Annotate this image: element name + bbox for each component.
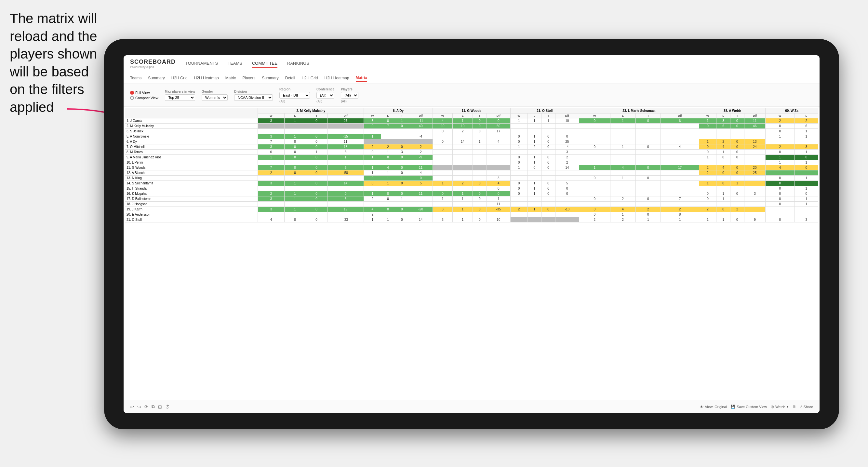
- sub-h-t2: T: [395, 114, 409, 118]
- sub-nav-summary1[interactable]: Summary: [148, 74, 164, 82]
- sub-nav-matrix2[interactable]: Matrix: [356, 74, 367, 82]
- nav-tournaments[interactable]: TOURNAMENTS: [185, 60, 218, 68]
- toolbar-left: ↩ ↪ ⟳ ⧉ ⊞ ⏱: [130, 404, 170, 409]
- sub-h-w1: W: [258, 114, 284, 118]
- table-row: 20. E Andersson 2 0108: [125, 212, 818, 217]
- gender-filter: Gender Women's Men's: [202, 90, 228, 101]
- nav-teams[interactable]: TEAMS: [228, 60, 242, 68]
- table-row: 16. K Mcgaha 2100 10011 0100 0100 0103 0…: [125, 191, 818, 196]
- sub-h-l7: L: [795, 114, 818, 118]
- compact-view-radio: [130, 96, 134, 100]
- player-name: 13. N Klug: [125, 176, 258, 181]
- sub-h-l2: L: [381, 114, 395, 118]
- table-row: 15. H Stranda 0 0100 01: [125, 186, 818, 191]
- sub-h-t6: T: [730, 114, 744, 118]
- sub-h-w6: W: [699, 114, 716, 118]
- sub-h-l3: L: [453, 114, 473, 118]
- share-button[interactable]: ↗ Share: [799, 405, 813, 409]
- player-name: 11. G Woods: [125, 165, 258, 170]
- save-custom-button[interactable]: 💾 Save Custom View: [731, 405, 767, 409]
- layout-button[interactable]: ⊞: [793, 405, 796, 409]
- compact-view-label: Compact View: [135, 96, 158, 100]
- player-name: 9. A Maria Jimenez Rios: [125, 155, 258, 160]
- col-header-4: 21. O Stoll: [510, 108, 579, 114]
- division-filter: Division NCAA Division II NCAA Division …: [234, 90, 273, 101]
- refresh-button[interactable]: ⟳: [145, 404, 148, 409]
- player-name: 10. L Perini: [125, 160, 258, 165]
- view-icon: 👁: [700, 405, 704, 409]
- undo-button[interactable]: ↩: [130, 404, 134, 409]
- compact-view-option[interactable]: Compact View: [130, 96, 158, 100]
- nav-rankings[interactable]: RANKINGS: [287, 60, 309, 68]
- sub-h-d3: Dif: [487, 114, 510, 118]
- sub-nav-h2h-grid2[interactable]: H2H Grid: [302, 74, 318, 82]
- sub-h-d2: Dif: [409, 114, 433, 118]
- table-row: 14. S Srichantamit 31014 0105 1204 0105 …: [125, 181, 818, 186]
- player-name: 12. A Bianchi: [125, 170, 258, 176]
- sub-h-l4: L: [527, 114, 541, 118]
- division-select[interactable]: NCAA Division II NCAA Division I NCAA Di…: [234, 94, 273, 101]
- watch-chevron: ▾: [787, 405, 789, 409]
- sub-nav: Teams Summary H2H Grid H2H Heatmap Matri…: [124, 72, 819, 84]
- sub-h-w2: W: [364, 114, 381, 118]
- conference-filter: Conference (All) (All): [316, 88, 334, 103]
- nav-committee[interactable]: COMMITTEE: [252, 60, 277, 68]
- filter-bar: Full View Compact View Max players in vi…: [124, 84, 819, 107]
- player-name: 19. J Karrh: [125, 207, 258, 212]
- view-original-button[interactable]: 👁 View: Original: [700, 405, 727, 409]
- sub-nav-matrix1[interactable]: Matrix: [225, 74, 236, 82]
- conference-select[interactable]: (All): [316, 92, 334, 98]
- col-header-1: 2. M Kelly Mulcahy: [258, 108, 364, 114]
- sub-nav-players[interactable]: Players: [242, 74, 255, 82]
- table-row: 21. O Stoll 400-33 11014 31010 2211 1109…: [125, 217, 818, 222]
- region-select[interactable]: East - DII West - DII Central - DII: [279, 92, 310, 98]
- table-row: 6. A Dy 70011 01414 01025 12013: [125, 139, 818, 145]
- tablet-frame: SCOREBOARD Powered by clippd TOURNAMENTS…: [104, 39, 839, 429]
- player-name: 18. J Hodgson: [125, 201, 258, 207]
- logo-title: SCOREBOARD: [130, 59, 176, 65]
- logo-area: SCOREBOARD Powered by clippd: [130, 59, 176, 69]
- full-view-option[interactable]: Full View: [130, 91, 158, 95]
- player-name: 15. H Stranda: [125, 186, 258, 191]
- save-icon: 💾: [731, 405, 735, 409]
- col-header-2: 6. A Dy: [364, 108, 433, 114]
- players-select[interactable]: (All): [341, 92, 359, 98]
- col-header-3: 11. G Woods: [433, 108, 510, 114]
- zoom-button[interactable]: ⊞: [158, 404, 162, 409]
- sub-nav-h2h-heatmap2[interactable]: H2H Heatmap: [324, 74, 349, 82]
- table-row: 18. J Hodgson 11 01: [125, 201, 818, 207]
- matrix-content[interactable]: 2. M Kelly Mulcahy 6. A Dy 11. G Woods 2…: [124, 107, 819, 400]
- sub-nav-summary2[interactable]: Summary: [262, 74, 278, 82]
- sub-h-t5: T: [636, 114, 661, 118]
- sub-nav-h2h-grid1[interactable]: H2H Grid: [172, 74, 188, 82]
- player-name: 8. M Torres: [125, 150, 258, 155]
- sub-h-d4: Dif: [555, 114, 579, 118]
- sub-h-d1: Dif: [327, 114, 364, 118]
- max-players-select[interactable]: Top 25 Top 10 Top 50: [165, 94, 195, 101]
- sub-nav-teams[interactable]: Teams: [130, 74, 142, 82]
- timer-button[interactable]: ⏱: [165, 404, 170, 409]
- sub-h-d6: Dif: [744, 114, 765, 118]
- table-row: 3. S Jelinek 02017 01: [125, 129, 818, 134]
- player-name: 7. O Mitchell: [125, 145, 258, 150]
- table-row: 11. G Woods 7005 14011 10014 14017 24020…: [125, 165, 818, 170]
- player-name: 5. A Nomrowski: [125, 134, 258, 139]
- redo-button[interactable]: ↪: [137, 404, 141, 409]
- share-icon: ↗: [799, 405, 802, 409]
- gender-select[interactable]: Women's Men's: [202, 94, 228, 101]
- sub-h-t3: T: [472, 114, 487, 118]
- sub-nav-detail[interactable]: Detail: [285, 74, 295, 82]
- player-name: 14. S Srichantamit: [125, 181, 258, 186]
- copy-button[interactable]: ⧉: [152, 404, 155, 409]
- max-players-filter: Max players in view Top 25 Top 10 Top 50: [165, 90, 195, 101]
- sub-h-l1: L: [284, 114, 306, 118]
- full-view-label: Full View: [135, 91, 150, 95]
- toolbar-right: 👁 View: Original 💾 Save Custom View ◎ Wa…: [700, 405, 813, 409]
- max-players-label: Max players in view: [165, 90, 195, 93]
- player-name: 6. A Dy: [125, 139, 258, 145]
- player-name: 16. K Mcgaha: [125, 191, 258, 196]
- sub-nav-h2h-heatmap1[interactable]: H2H Heatmap: [194, 74, 219, 82]
- watch-button[interactable]: ◎ Watch ▾: [771, 405, 789, 409]
- matrix-table: 2. M Kelly Mulcahy 6. A Dy 11. G Woods 2…: [125, 108, 818, 222]
- region-label: Region: [279, 88, 310, 91]
